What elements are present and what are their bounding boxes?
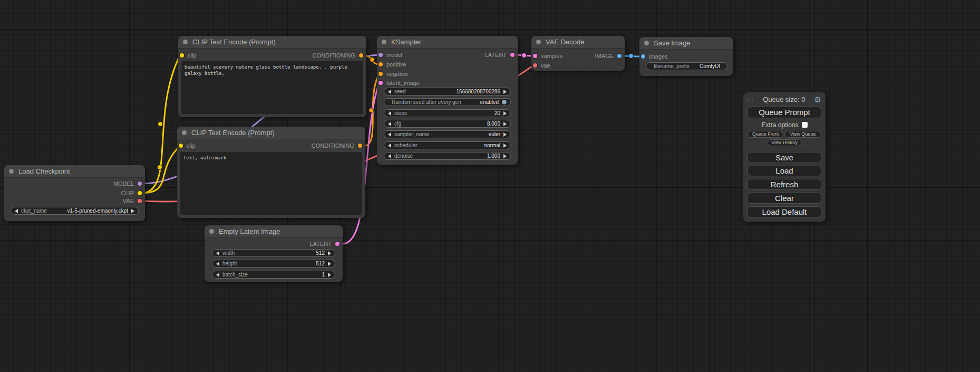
node-title-bar[interactable]: Empty Latent Image	[205, 225, 343, 238]
input-clip[interactable]: clip	[179, 141, 196, 150]
prev-value-arrow-icon[interactable]	[388, 144, 391, 148]
width-widget[interactable]: width 512	[212, 249, 335, 257]
collapse-dot-icon[interactable]	[536, 40, 541, 44]
prev-value-arrow-icon[interactable]	[388, 122, 391, 126]
next-value-arrow-icon[interactable]	[503, 90, 507, 94]
prompt-text-area[interactable]: beautiful scenery nature glass bottle la…	[181, 61, 363, 114]
node-title-bar[interactable]: Save Image	[639, 37, 733, 50]
input-samples[interactable]: samples	[533, 52, 562, 60]
ckpt-name-widget[interactable]: ckpt_name v1-5-pruned-emaonly.ckpt	[11, 207, 139, 215]
seed-widget[interactable]: seed 156680208700286	[384, 88, 511, 96]
latent-port-icon[interactable]	[510, 53, 515, 57]
conditioning-port-icon[interactable]	[379, 62, 383, 66]
vae-port-icon[interactable]	[533, 63, 537, 68]
clip-port-icon[interactable]	[138, 191, 142, 195]
model-port-icon[interactable]	[138, 182, 142, 186]
cfg-widget[interactable]: cfg 8.000	[384, 120, 511, 128]
save-button[interactable]: Save	[748, 152, 821, 163]
output-clip[interactable]: CLIP	[121, 189, 142, 197]
latent-port-icon[interactable]	[379, 81, 383, 85]
node-title-bar[interactable]: CLIP Text Encode (Prompt)	[178, 36, 366, 49]
denoise-widget[interactable]: denoise 1.000	[384, 152, 511, 160]
next-value-arrow-icon[interactable]	[503, 122, 507, 126]
node-empty-latent-image[interactable]: Empty Latent Image LATENT width 512 heig…	[205, 225, 343, 282]
node-load-checkpoint[interactable]: Load Checkpoint MODEL CLIP VAE ckpt_name…	[4, 165, 145, 221]
conditioning-port-icon[interactable]	[379, 72, 383, 76]
output-conditioning[interactable]: CONDITIONING	[313, 51, 363, 60]
prev-value-arrow-icon[interactable]	[388, 111, 391, 116]
node-title-bar[interactable]: VAE Decode	[531, 36, 625, 49]
input-negative[interactable]: negative	[379, 70, 409, 78]
input-model[interactable]: model	[379, 51, 402, 59]
output-vae[interactable]: VAE	[123, 197, 142, 205]
conditioning-port-icon[interactable]	[358, 144, 362, 148]
queue-prompt-button[interactable]: Queue Prompt	[748, 107, 821, 118]
output-latent[interactable]: LATENT	[485, 51, 515, 59]
prev-value-arrow-icon[interactable]	[216, 251, 219, 255]
prev-value-arrow-icon[interactable]	[216, 262, 219, 266]
clip-port-icon[interactable]	[179, 144, 183, 148]
filename-prefix-widget[interactable]: filename_prefix ComfyUI	[646, 62, 727, 70]
input-clip[interactable]: clip	[180, 51, 197, 60]
latent-port-icon[interactable]	[533, 54, 537, 58]
image-port-icon[interactable]	[617, 54, 622, 58]
scheduler-widget[interactable]: scheduler normal	[384, 141, 511, 149]
prev-value-arrow-icon[interactable]	[216, 273, 219, 277]
next-value-arrow-icon[interactable]	[503, 144, 507, 148]
clip-port-icon[interactable]	[180, 53, 184, 58]
refresh-button[interactable]: Refresh	[748, 179, 821, 190]
output-image[interactable]: IMAGE	[595, 52, 622, 60]
input-latent-image[interactable]: latent_image	[379, 79, 420, 87]
extra-options-checkbox[interactable]	[802, 122, 808, 128]
node-title-bar[interactable]: CLIP Text Encode (Prompt)	[177, 127, 365, 139]
batch-size-widget[interactable]: batch_size 1	[212, 271, 335, 279]
output-conditioning[interactable]: CONDITIONING	[312, 141, 362, 150]
collapse-dot-icon[interactable]	[209, 229, 214, 234]
settings-gear-icon[interactable]: ⚙	[814, 96, 821, 103]
collapse-dot-icon[interactable]	[182, 130, 187, 135]
view-queue-button[interactable]: View Queue	[784, 131, 821, 138]
steps-widget[interactable]: steps 20	[384, 109, 511, 117]
next-value-arrow-icon[interactable]	[131, 209, 134, 213]
load-button[interactable]: Load	[748, 166, 821, 177]
collapse-dot-icon[interactable]	[644, 41, 649, 45]
image-port-icon[interactable]	[641, 54, 645, 59]
node-graph-canvas[interactable]: Load Checkpoint MODEL CLIP VAE ckpt_name…	[0, 0, 980, 372]
node-clip-text-encode-positive[interactable]: CLIP Text Encode (Prompt) clip CONDITION…	[178, 36, 366, 117]
conditioning-port-icon[interactable]	[359, 53, 363, 58]
input-images[interactable]: images	[641, 52, 667, 61]
view-history-button[interactable]: View History	[768, 139, 801, 146]
collapse-dot-icon[interactable]	[9, 169, 14, 174]
height-widget[interactable]: height 512	[212, 260, 335, 268]
input-vae[interactable]: vae	[533, 61, 550, 70]
next-value-arrow-icon[interactable]	[328, 262, 331, 266]
random-seed-toggle[interactable]: Random seed after every gen enabled	[384, 98, 511, 106]
node-save-image[interactable]: Save Image images filename_prefix ComfyU…	[639, 37, 733, 76]
vae-port-icon[interactable]	[138, 199, 142, 203]
next-value-arrow-icon[interactable]	[503, 132, 507, 137]
prompt-text-area[interactable]: text, watermark	[180, 152, 362, 215]
output-latent[interactable]: LATENT	[310, 240, 339, 248]
input-positive[interactable]: positive	[379, 60, 406, 69]
collapse-dot-icon[interactable]	[183, 40, 188, 44]
next-value-arrow-icon[interactable]	[328, 273, 331, 277]
output-model[interactable]: MODEL	[113, 179, 142, 188]
queue-front-button[interactable]: Queue Front	[748, 131, 783, 138]
toggle-on-icon[interactable]	[502, 100, 507, 104]
model-port-icon[interactable]	[379, 53, 383, 57]
prev-value-arrow-icon[interactable]	[388, 90, 391, 94]
next-value-arrow-icon[interactable]	[503, 154, 507, 158]
drag-handle-icon[interactable]: ⋮⋮	[745, 97, 754, 102]
node-clip-text-encode-negative[interactable]: CLIP Text Encode (Prompt) clip CONDITION…	[177, 127, 365, 218]
next-value-arrow-icon[interactable]	[328, 251, 331, 255]
node-vae-decode[interactable]: VAE Decode samples vae IMAGE	[531, 36, 625, 71]
prev-value-arrow-icon[interactable]	[15, 209, 18, 213]
node-title-bar[interactable]: KSampler	[377, 36, 518, 49]
next-value-arrow-icon[interactable]	[503, 111, 507, 116]
collapse-dot-icon[interactable]	[382, 40, 386, 44]
load-default-button[interactable]: Load Default	[748, 206, 821, 217]
prev-value-arrow-icon[interactable]	[388, 154, 391, 158]
clear-button[interactable]: Clear	[748, 193, 821, 204]
prev-value-arrow-icon[interactable]	[388, 132, 391, 137]
sampler-name-widget[interactable]: sampler_name euler	[384, 130, 511, 138]
